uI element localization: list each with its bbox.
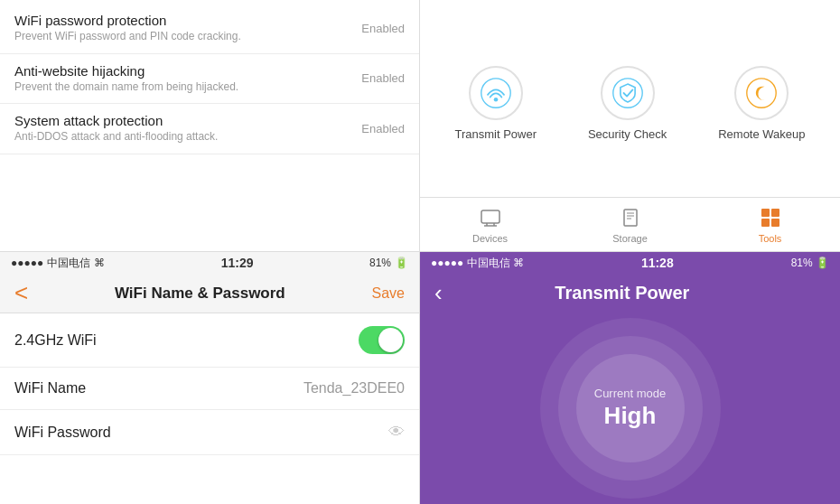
concentric-rings: Current mode High xyxy=(540,318,721,499)
back-button-purple[interactable]: ‹ xyxy=(434,279,443,307)
tools-icon xyxy=(759,206,782,229)
wifi-24-toggle[interactable] xyxy=(359,326,405,354)
tab-devices[interactable]: Devices xyxy=(420,198,560,251)
item-status: Enabled xyxy=(361,122,405,135)
nav-bar-transmit: ‹ Transmit Power xyxy=(420,274,840,313)
carrier-name: 中国电信 xyxy=(47,256,90,271)
battery-level: 81% xyxy=(369,257,391,269)
tab-label-storage: Storage xyxy=(612,233,648,244)
item-desc: Anti-DDOS attack and anti-flooding attac… xyxy=(14,130,350,145)
security-item-attack-protection[interactable]: System attack protection Anti-DDOS attac… xyxy=(0,104,419,154)
top-right-panel: Transmit Power Security Check Remote Wa xyxy=(420,0,840,252)
svg-rect-15 xyxy=(771,219,779,227)
wifi-settings-content: 2.4GHz WiFi WiFi Name Tenda_23DEE0 WiFi … xyxy=(0,313,419,504)
carrier-name-purple: 中国电信 ⌘ xyxy=(467,257,524,269)
moon-icon xyxy=(745,77,778,109)
wifi-name-label: WiFi Name xyxy=(14,380,86,397)
item-desc: Prevent the domain name from being hijac… xyxy=(14,80,350,95)
svg-rect-8 xyxy=(624,210,637,226)
feature-security-check[interactable]: Security Check xyxy=(588,66,667,141)
tab-tools[interactable]: Tools xyxy=(700,198,840,251)
svg-rect-4 xyxy=(481,210,499,223)
current-mode-label: Current mode xyxy=(594,387,666,400)
nav-title: WiFi Name & Password xyxy=(115,285,285,303)
feature-transmit-power[interactable]: Transmit Power xyxy=(454,66,537,141)
item-title: System attack protection xyxy=(14,113,350,128)
item-status: Enabled xyxy=(361,22,405,35)
shield-check-icon xyxy=(611,77,644,109)
time-display: 11:29 xyxy=(221,256,254,270)
carrier-dots: ●●●●● xyxy=(11,257,43,269)
battery-icon-purple: 🔋 xyxy=(816,257,829,269)
feature-remote-wakeup[interactable]: Remote Wakeup xyxy=(718,66,805,141)
status-bar-bottom-right: ●●●●● 中国电信 ⌘ 11:28 81% 🔋 xyxy=(420,252,840,274)
storage-icon xyxy=(619,206,642,229)
svg-point-3 xyxy=(747,78,776,107)
item-desc: Prevent WiFi password and PIN code crack… xyxy=(14,30,350,44)
nav-bar-wifi: < WiFi Name & Password Save xyxy=(0,274,419,313)
nav-title-purple: Transmit Power xyxy=(555,283,689,303)
transmit-power-content: Current mode High xyxy=(420,313,840,504)
security-item-wifi-password[interactable]: WiFi password protection Prevent WiFi pa… xyxy=(0,4,419,54)
battery-level-purple: 81% xyxy=(791,257,813,269)
wifi-icon: ⌘ xyxy=(94,257,105,269)
svg-point-2 xyxy=(612,78,641,107)
current-mode-value: High xyxy=(594,402,666,430)
feature-label: Transmit Power xyxy=(454,127,537,141)
back-button[interactable]: < xyxy=(14,279,28,307)
svg-rect-13 xyxy=(771,209,779,217)
features-grid: Transmit Power Security Check Remote Wa xyxy=(420,0,840,197)
feature-label: Security Check xyxy=(588,127,667,141)
wifi-name-row[interactable]: WiFi Name Tenda_23DEE0 xyxy=(0,368,419,410)
security-item-anti-hijacking[interactable]: Anti-website hijacking Prevent the domai… xyxy=(0,54,419,105)
wifi-password-row[interactable]: WiFi Password 👁 xyxy=(0,410,419,455)
top-left-panel: WiFi password protection Prevent WiFi pa… xyxy=(0,0,420,252)
eye-icon[interactable]: 👁 xyxy=(388,423,405,442)
toggle-knob xyxy=(378,328,403,352)
status-bar-bottom-left: ●●●●● 中国电信 ⌘ 11:29 81% 🔋 xyxy=(0,252,419,274)
bottom-left-panel: ●●●●● 中国电信 ⌘ 11:29 81% 🔋 < WiFi Name & P… xyxy=(0,252,420,504)
feature-label: Remote Wakeup xyxy=(718,127,805,141)
item-title: Anti-website hijacking xyxy=(14,63,350,79)
wifi-24-label: 2.4GHz WiFi xyxy=(14,332,97,349)
time-display-purple: 11:28 xyxy=(641,256,674,270)
item-status: Enabled xyxy=(361,71,405,85)
wifi-password-label: WiFi Password xyxy=(14,425,111,441)
tab-label-tools: Tools xyxy=(759,233,782,244)
svg-point-1 xyxy=(493,97,498,101)
mode-center: Current mode High xyxy=(594,387,666,430)
svg-rect-12 xyxy=(761,209,770,217)
tab-label-devices: Devices xyxy=(472,233,508,244)
wifi-name-value: Tenda_23DEE0 xyxy=(303,380,405,397)
item-title: WiFi password protection xyxy=(14,13,350,28)
devices-icon xyxy=(479,206,502,229)
battery-icon: 🔋 xyxy=(395,257,408,269)
wifi-24-row[interactable]: 2.4GHz WiFi xyxy=(0,313,419,368)
wifi-signal-icon xyxy=(480,77,512,109)
save-button[interactable]: Save xyxy=(372,285,405,302)
carrier-dots-purple: ●●●●● xyxy=(431,257,463,269)
tab-storage[interactable]: Storage xyxy=(560,198,700,251)
bottom-right-panel: ●●●●● 中国电信 ⌘ 11:28 81% 🔋 ‹ Transmit Powe… xyxy=(420,252,840,504)
tab-bar: Devices Storage Tools xyxy=(420,197,840,251)
svg-rect-14 xyxy=(761,219,770,227)
